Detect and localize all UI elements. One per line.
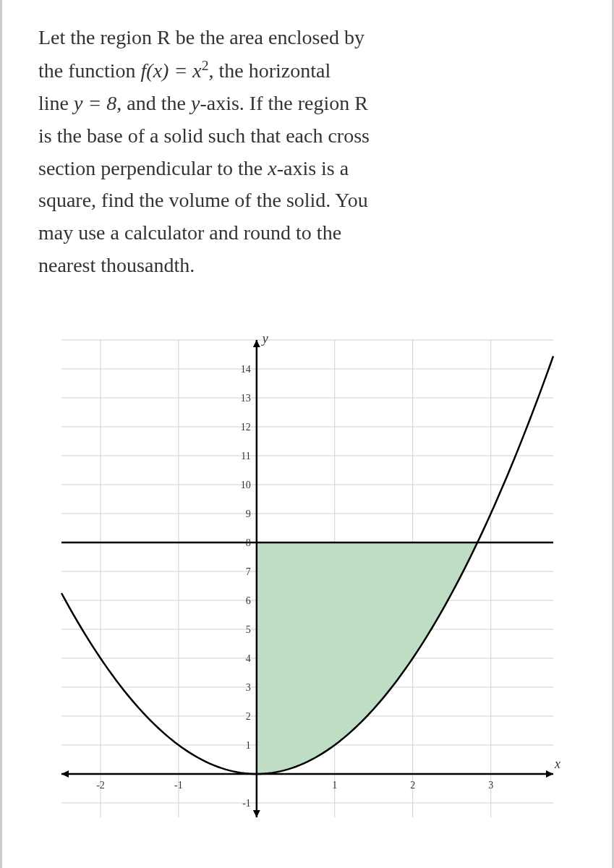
math-var-y: y (191, 92, 200, 114)
y-tick-label: 9 (245, 509, 250, 519)
y-tick-label: 1 (245, 740, 250, 751)
x-tick-label: 3 (488, 780, 493, 791)
y-tick-label: 5 (245, 624, 250, 635)
y-tick-label: -1 (242, 798, 251, 809)
arrow-left-icon (61, 770, 69, 778)
x-tick-label: -2 (96, 780, 105, 791)
y-tick-label: 7 (245, 566, 250, 577)
chart-plot: -2-1123-11234567891011121314xy (40, 318, 575, 839)
text-line: line (38, 92, 74, 114)
math-var-x: x (268, 157, 276, 179)
y-tick-label: 8 (245, 537, 250, 548)
text-line: section perpendicular to the (38, 157, 268, 179)
y-tick-label: 6 (245, 595, 250, 606)
x-tick-label: 2 (410, 780, 415, 791)
text-line: square, find the volume of the solid. Yo… (38, 189, 368, 211)
y-tick-label: 10 (240, 480, 250, 490)
text-line: -axis is a (277, 157, 349, 179)
x-tick-label: 1 (332, 780, 337, 791)
text-line: may use a calculator and round to the (38, 221, 341, 244)
math-expr-hline: y = 8 (74, 92, 116, 114)
y-tick-label: 14 (240, 364, 250, 375)
y-axis-label: y (260, 331, 268, 346)
text-line: , and the (116, 92, 191, 114)
y-tick-label: 2 (245, 711, 250, 722)
text-line: is the base of a solid such that each cr… (38, 124, 370, 147)
arrow-up-icon (252, 340, 260, 347)
y-tick-label: 13 (240, 393, 250, 404)
y-tick-label: 12 (240, 422, 250, 433)
text-line: , the horizontal (209, 59, 331, 82)
document-page: Let the region R be the area enclosed by… (0, 0, 614, 868)
y-tick-label: 3 (245, 682, 250, 693)
math-expr-function: f(x) = x2 (141, 59, 209, 82)
x-axis-label: x (554, 757, 560, 771)
text-line: the function (38, 59, 141, 82)
text-line: -axis. If the region R (200, 92, 368, 114)
arrow-right-icon (546, 770, 553, 778)
x-tick-label: -1 (174, 780, 183, 791)
chart-container: -2-1123-11234567891011121314xy (38, 318, 576, 839)
arrow-down-icon (252, 810, 260, 817)
y-tick-label: 4 (245, 653, 250, 664)
text-line: nearest thousandth. (38, 254, 195, 276)
text-line: Let the region R be the area enclosed by (38, 26, 364, 48)
y-tick-label: 11 (241, 451, 250, 461)
problem-statement: Let the region R be the area enclosed by… (38, 22, 576, 282)
